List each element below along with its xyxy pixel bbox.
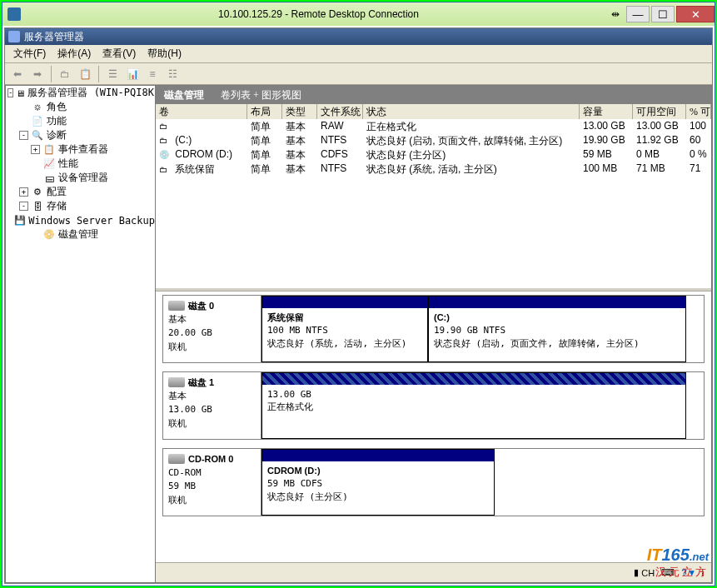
disk-icon: 📀 (42, 229, 56, 241)
disk-icon (168, 377, 185, 387)
col-layout[interactable]: 布局 (247, 104, 282, 119)
disk-partitions: 13.00 GB正在格式化 (261, 372, 704, 439)
expand-icon[interactable]: + (31, 145, 40, 154)
col-free[interactable]: 可用空间 (633, 104, 686, 119)
server-manager-window: 服务器管理器 文件(F) 操作(A) 查看(V) 帮助(H) ⬅ ➡ 🗀 📋 ☰… (4, 27, 713, 584)
tree-config[interactable]: +⚙配置 (6, 185, 155, 199)
backup-icon: 💾 (14, 215, 26, 227)
menu-action[interactable]: 操作(A) (52, 45, 96, 62)
tree-eventviewer[interactable]: +📋事件查看器 (6, 142, 155, 157)
disk-box[interactable]: 磁盘 1基本13.00 GB联机13.00 GB正在格式化 (162, 371, 705, 440)
partition-body: 13.00 GB正在格式化 (262, 385, 685, 438)
partition[interactable]: 13.00 GB正在格式化 (261, 372, 686, 439)
volume-list[interactable]: 卷 布局 类型 文件系统 状态 容量 可用空间 % 可 🗀 简单基本RAW正在格… (156, 104, 711, 287)
partition-header (262, 450, 494, 461)
col-capacity[interactable]: 容量 (580, 104, 633, 119)
partition[interactable]: (C:)19.90 GB NTFS状态良好 (启动, 页面文件, 故障转储, 主… (428, 296, 686, 362)
partition[interactable]: CDROM (D:)59 MB CDFS状态良好 (主分区) (261, 449, 495, 516)
partition-body: CDROM (D:)59 MB CDFS状态良好 (主分区) (262, 461, 494, 515)
tree-diskmgmt[interactable]: 📀磁盘管理 (6, 227, 155, 242)
tree-root[interactable]: -🖥服务器管理器 (WIN-PQI8KE41K5 (6, 86, 155, 100)
partition[interactable]: 系统保留100 MB NTFS状态良好 (系统, 活动, 主分区) (261, 296, 428, 362)
partition-body: 系统保留100 MB NTFS状态良好 (系统, 活动, 主分区) (262, 308, 427, 361)
toolbar-btn[interactable]: ≡ (143, 65, 162, 83)
nav-tree[interactable]: -🖥服务器管理器 (WIN-PQI8KE41K5 ⛭角色 📄功能 -🔍诊断 +📋… (5, 85, 156, 583)
toolbar-separator (51, 66, 52, 82)
perf-icon: 📈 (42, 158, 56, 170)
partition-header (429, 296, 685, 308)
sm-menubar: 文件(F) 操作(A) 查看(V) 帮助(H) (5, 45, 712, 63)
nav-back-button[interactable]: ⬅ (8, 65, 27, 83)
toolbar-btn[interactable]: 📊 (123, 65, 142, 83)
diag-icon: 🔍 (31, 130, 44, 142)
tree-storage[interactable]: -🗄存储 (6, 199, 155, 213)
close-button[interactable]: ✕ (676, 6, 715, 22)
partition-header (262, 373, 685, 385)
volume-icon: 🗀 (159, 165, 172, 174)
menu-help[interactable]: 帮助(H) (142, 45, 187, 62)
volume-header[interactable]: 卷 布局 类型 文件系统 状态 容量 可用空间 % 可 (156, 104, 711, 119)
menu-view[interactable]: 查看(V) (97, 45, 141, 62)
sm-content: -🖥服务器管理器 (WIN-PQI8KE41K5 ⛭角色 📄功能 -🔍诊断 +📋… (5, 85, 712, 583)
page-subtitle: 卷列表 + 图形视图 (212, 88, 310, 102)
nav-fwd-button[interactable]: ➡ (28, 65, 47, 83)
sm-titlebar[interactable]: 服务器管理器 (5, 28, 712, 45)
disk-partitions: 系统保留100 MB NTFS状态良好 (系统, 活动, 主分区)(C:)19.… (261, 296, 704, 362)
disk-info: CD-ROM 0CD-ROM59 MB联机 (163, 449, 261, 516)
disk-info: 磁盘 0基本20.00 GB联机 (163, 296, 261, 362)
tree-devmgr[interactable]: 🖴设备管理器 (6, 171, 155, 185)
rdc-window: 10.100.125.29 - Remote Desktop Connectio… (2, 2, 715, 586)
volume-icon: 💿 (159, 150, 172, 159)
disk-graph-view[interactable]: 磁盘 0基本20.00 GB联机系统保留100 MB NTFS状态良好 (系统,… (156, 292, 711, 562)
toolbar-btn[interactable]: ☰ (103, 65, 122, 83)
tree-diag[interactable]: -🔍诊断 (6, 128, 155, 142)
expand-icon[interactable]: + (19, 187, 28, 197)
disk-icon (168, 454, 185, 464)
sm-toolbar: ⬅ ➡ 🗀 📋 ☰ 📊 ≡ ☷ (5, 63, 712, 85)
page-title: 磁盘管理 (156, 88, 212, 102)
volume-row[interactable]: 🗀 系统保留简单基本NTFS状态良好 (系统, 活动, 主分区)100 MB71… (156, 162, 711, 176)
roles-icon: ⛭ (31, 102, 44, 113)
partition-body: (C:)19.90 GB NTFS状态良好 (启动, 页面文件, 故障转储, 主… (429, 308, 685, 361)
volume-icon: 🗀 (159, 136, 172, 145)
status-bar: ▮ CH ⌨ ? ▾ ⁞ (156, 562, 711, 582)
volume-icon: 🗀 (159, 122, 172, 131)
expand-icon[interactable]: - (19, 131, 28, 140)
col-volume[interactable]: 卷 (156, 104, 247, 119)
sm-app-icon (8, 31, 20, 42)
col-type[interactable]: 类型 (282, 104, 317, 119)
sm-title: 服务器管理器 (24, 30, 84, 44)
col-fs[interactable]: 文件系统 (317, 104, 363, 119)
disk-box[interactable]: 磁盘 0基本20.00 GB联机系统保留100 MB NTFS状态良好 (系统,… (162, 295, 705, 363)
toolbar-btn[interactable]: ☷ (163, 65, 182, 83)
minimize-button[interactable]: — (626, 6, 650, 22)
tree-perf[interactable]: 📈性能 (6, 157, 155, 171)
col-pct[interactable]: % 可 (686, 104, 711, 119)
tree-roles[interactable]: ⛭角色 (6, 100, 155, 114)
rdc-titlebar[interactable]: 10.100.125.29 - Remote Desktop Connectio… (2, 2, 715, 26)
volume-row[interactable]: 🗀 简单基本RAW正在格式化13.00 GB13.00 GB100 (156, 119, 711, 133)
tree-features[interactable]: 📄功能 (6, 114, 155, 128)
col-status[interactable]: 状态 (363, 104, 580, 119)
main-header: 磁盘管理 卷列表 + 图形视图 (156, 86, 711, 104)
disk-info: 磁盘 1基本13.00 GB联机 (163, 372, 261, 439)
expand-icon[interactable]: - (7, 88, 13, 97)
pin-icon[interactable]: ⇹ (611, 8, 620, 20)
maximize-button[interactable]: ☐ (651, 6, 675, 22)
disk-box[interactable]: CD-ROM 0CD-ROM59 MB联机CDROM (D:)59 MB CDF… (162, 448, 705, 516)
volume-row[interactable]: 🗀 (C:)简单基本NTFS状态良好 (启动, 页面文件, 故障转储, 主分区)… (156, 133, 711, 147)
refresh-button[interactable]: 🗀 (56, 65, 74, 83)
event-icon: 📋 (42, 144, 56, 156)
main-panel: 磁盘管理 卷列表 + 图形视图 卷 布局 类型 文件系统 状态 容量 可用空间 … (156, 85, 712, 583)
volume-row[interactable]: 💿 CDROM (D:)简单基本CDFS状态良好 (主分区)59 MB0 MB0… (156, 147, 711, 162)
watermark: IT165.net 汉元立方 (647, 546, 709, 580)
server-icon: 🖥 (16, 87, 25, 99)
export-button[interactable]: 📋 (76, 65, 94, 83)
toolbar-separator (98, 66, 99, 82)
features-icon: 📄 (31, 116, 44, 127)
menu-file[interactable]: 文件(F) (8, 45, 51, 62)
device-icon: 🖴 (42, 172, 56, 184)
expand-icon[interactable]: - (19, 202, 28, 211)
tree-wbackup[interactable]: 💾Windows Server Backup (6, 213, 155, 227)
config-icon: ⚙ (31, 187, 44, 198)
